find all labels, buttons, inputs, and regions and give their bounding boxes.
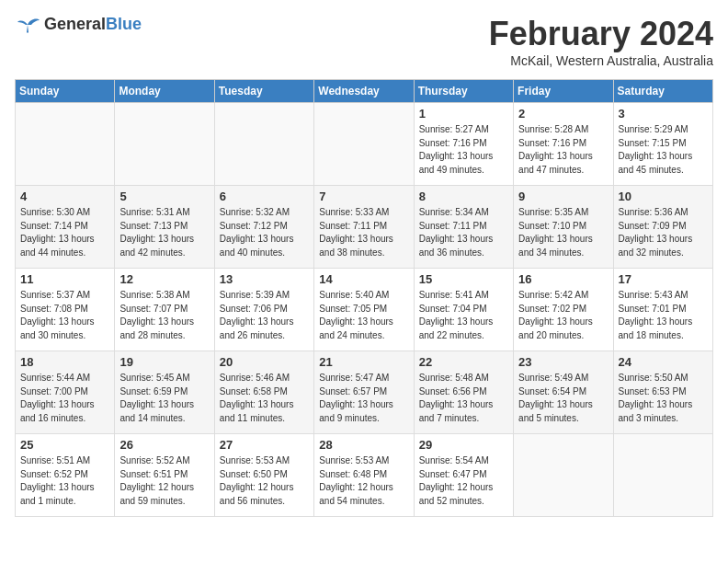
day-number: 1	[419, 107, 508, 121]
calendar-cell: 29Sunrise: 5:54 AMSunset: 6:47 PMDayligh…	[414, 434, 513, 517]
day-info: Sunrise: 5:51 AMSunset: 6:52 PMDaylight:…	[20, 454, 109, 508]
calendar-cell: 23Sunrise: 5:49 AMSunset: 6:54 PMDayligh…	[514, 351, 613, 434]
day-info: Sunrise: 5:50 AMSunset: 6:53 PMDaylight:…	[619, 372, 708, 425]
calendar-cell: 3Sunrise: 5:29 AMSunset: 7:15 PMDaylight…	[613, 103, 712, 186]
day-number: 29	[419, 438, 508, 452]
day-info: Sunrise: 5:36 AMSunset: 7:09 PMDaylight:…	[619, 206, 708, 259]
day-info: Sunrise: 5:42 AMSunset: 7:02 PMDaylight:…	[518, 289, 608, 342]
week-row-3: 11Sunrise: 5:37 AMSunset: 7:08 PMDayligh…	[16, 269, 713, 351]
day-info: Sunrise: 5:30 AMSunset: 7:14 PMDaylight:…	[20, 206, 109, 259]
day-info: Sunrise: 5:37 AMSunset: 7:08 PMDaylight:…	[20, 289, 109, 342]
calendar-cell: 5Sunrise: 5:31 AMSunset: 7:13 PMDaylight…	[115, 186, 214, 269]
day-info: Sunrise: 5:49 AMSunset: 6:54 PMDaylight:…	[518, 372, 608, 425]
calendar-cell: 20Sunrise: 5:46 AMSunset: 6:58 PMDayligh…	[214, 351, 313, 434]
week-row-4: 18Sunrise: 5:44 AMSunset: 7:00 PMDayligh…	[16, 351, 713, 434]
calendar-cell: 22Sunrise: 5:48 AMSunset: 6:56 PMDayligh…	[414, 351, 513, 434]
calendar-body: 1Sunrise: 5:27 AMSunset: 7:16 PMDaylight…	[16, 103, 713, 517]
calendar-cell: 15Sunrise: 5:41 AMSunset: 7:04 PMDayligh…	[414, 269, 513, 351]
day-number: 12	[119, 272, 209, 286]
day-info: Sunrise: 5:53 AMSunset: 6:48 PMDaylight:…	[319, 454, 408, 508]
day-info: Sunrise: 5:47 AMSunset: 6:57 PMDaylight:…	[319, 372, 408, 425]
day-info: Sunrise: 5:43 AMSunset: 7:01 PMDaylight:…	[619, 289, 708, 342]
header-tuesday: Tuesday	[214, 80, 313, 103]
calendar-table: SundayMondayTuesdayWednesdayThursdayFrid…	[15, 79, 713, 517]
day-number: 2	[518, 107, 608, 121]
day-number: 17	[619, 272, 708, 286]
day-number: 3	[619, 107, 708, 121]
day-info: Sunrise: 5:48 AMSunset: 6:56 PMDaylight:…	[419, 372, 508, 425]
header-monday: Monday	[115, 80, 214, 103]
day-number: 11	[20, 272, 109, 286]
day-number: 19	[119, 355, 209, 369]
day-info: Sunrise: 5:29 AMSunset: 7:15 PMDaylight:…	[619, 123, 708, 177]
calendar-cell: 28Sunrise: 5:53 AMSunset: 6:48 PMDayligh…	[314, 434, 414, 517]
calendar-header-row: SundayMondayTuesdayWednesdayThursdayFrid…	[16, 80, 713, 103]
header-friday: Friday	[514, 80, 613, 103]
logo-general: General	[44, 15, 106, 33]
calendar-cell: 24Sunrise: 5:50 AMSunset: 6:53 PMDayligh…	[613, 351, 712, 434]
calendar-cell: 9Sunrise: 5:35 AMSunset: 7:10 PMDaylight…	[514, 186, 613, 269]
day-info: Sunrise: 5:41 AMSunset: 7:04 PMDaylight:…	[419, 289, 508, 342]
calendar-cell: 12Sunrise: 5:38 AMSunset: 7:07 PMDayligh…	[115, 269, 214, 351]
calendar-cell: 2Sunrise: 5:28 AMSunset: 7:16 PMDaylight…	[514, 103, 613, 186]
calendar-cell	[16, 103, 115, 186]
calendar-cell: 21Sunrise: 5:47 AMSunset: 6:57 PMDayligh…	[314, 351, 414, 434]
calendar-cell: 8Sunrise: 5:34 AMSunset: 7:11 PMDaylight…	[414, 186, 513, 269]
calendar-cell: 17Sunrise: 5:43 AMSunset: 7:01 PMDayligh…	[613, 269, 712, 351]
day-number: 16	[518, 272, 608, 286]
day-info: Sunrise: 5:46 AMSunset: 6:58 PMDaylight:…	[220, 372, 309, 425]
day-number: 5	[119, 190, 209, 203]
day-number: 26	[119, 438, 209, 452]
day-info: Sunrise: 5:35 AMSunset: 7:10 PMDaylight:…	[518, 206, 608, 259]
day-number: 14	[319, 272, 408, 286]
day-number: 21	[319, 355, 408, 369]
location-title: McKail, Western Australia, Australia	[489, 53, 713, 68]
header-sunday: Sunday	[16, 80, 115, 103]
day-info: Sunrise: 5:45 AMSunset: 6:59 PMDaylight:…	[119, 372, 209, 425]
day-info: Sunrise: 5:27 AMSunset: 7:16 PMDaylight:…	[419, 123, 508, 177]
day-number: 27	[220, 438, 309, 452]
calendar-cell: 18Sunrise: 5:44 AMSunset: 7:00 PMDayligh…	[16, 351, 115, 434]
logo-blue: Blue	[106, 15, 142, 33]
week-row-2: 4Sunrise: 5:30 AMSunset: 7:14 PMDaylight…	[16, 186, 713, 269]
day-info: Sunrise: 5:33 AMSunset: 7:11 PMDaylight:…	[319, 206, 408, 259]
day-number: 23	[518, 355, 608, 369]
day-number: 8	[419, 190, 508, 203]
calendar-cell: 14Sunrise: 5:40 AMSunset: 7:05 PMDayligh…	[314, 269, 414, 351]
title-area: February 2024 McKail, Western Australia,…	[489, 15, 713, 68]
calendar-cell: 1Sunrise: 5:27 AMSunset: 7:16 PMDaylight…	[414, 103, 513, 186]
day-number: 13	[220, 272, 309, 286]
calendar-cell: 19Sunrise: 5:45 AMSunset: 6:59 PMDayligh…	[115, 351, 214, 434]
calendar-cell: 16Sunrise: 5:42 AMSunset: 7:02 PMDayligh…	[514, 269, 613, 351]
logo: GeneralBlue	[15, 15, 142, 34]
header-thursday: Thursday	[414, 80, 513, 103]
day-info: Sunrise: 5:53 AMSunset: 6:50 PMDaylight:…	[220, 454, 309, 508]
day-number: 4	[20, 190, 109, 203]
header-saturday: Saturday	[613, 80, 712, 103]
day-number: 9	[518, 190, 608, 203]
week-row-1: 1Sunrise: 5:27 AMSunset: 7:16 PMDaylight…	[16, 103, 713, 186]
day-info: Sunrise: 5:54 AMSunset: 6:47 PMDaylight:…	[419, 454, 508, 508]
day-number: 22	[419, 355, 508, 369]
logo-bird-icon	[15, 16, 40, 34]
calendar-cell: 7Sunrise: 5:33 AMSunset: 7:11 PMDaylight…	[314, 186, 414, 269]
day-number: 10	[619, 190, 708, 203]
calendar-cell: 13Sunrise: 5:39 AMSunset: 7:06 PMDayligh…	[214, 269, 313, 351]
day-number: 15	[419, 272, 508, 286]
day-info: Sunrise: 5:28 AMSunset: 7:16 PMDaylight:…	[518, 123, 608, 177]
calendar-cell	[115, 103, 214, 186]
calendar-cell	[214, 103, 313, 186]
day-number: 18	[20, 355, 109, 369]
calendar-cell: 4Sunrise: 5:30 AMSunset: 7:14 PMDaylight…	[16, 186, 115, 269]
calendar-cell	[314, 103, 414, 186]
day-number: 28	[319, 438, 408, 452]
day-number: 7	[319, 190, 408, 203]
calendar-cell: 26Sunrise: 5:52 AMSunset: 6:51 PMDayligh…	[115, 434, 214, 517]
day-info: Sunrise: 5:40 AMSunset: 7:05 PMDaylight:…	[319, 289, 408, 342]
day-number: 24	[619, 355, 708, 369]
calendar-cell: 11Sunrise: 5:37 AMSunset: 7:08 PMDayligh…	[16, 269, 115, 351]
day-info: Sunrise: 5:34 AMSunset: 7:11 PMDaylight:…	[419, 206, 508, 259]
calendar-cell: 10Sunrise: 5:36 AMSunset: 7:09 PMDayligh…	[613, 186, 712, 269]
day-number: 6	[220, 190, 309, 203]
day-info: Sunrise: 5:39 AMSunset: 7:06 PMDaylight:…	[220, 289, 309, 342]
